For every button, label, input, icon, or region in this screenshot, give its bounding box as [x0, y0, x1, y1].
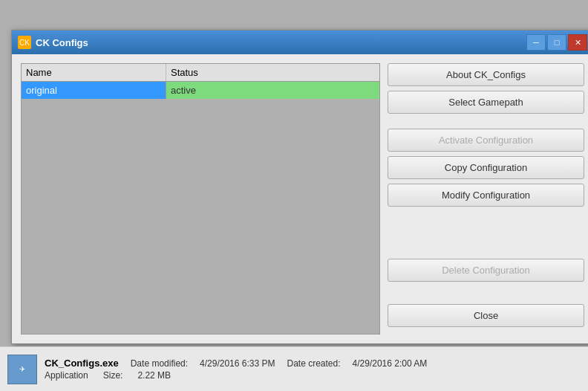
file-date-created-label: Date created:: [287, 358, 341, 369]
file-size-label: Size:: [103, 370, 123, 381]
col-header-name: Name: [22, 64, 166, 81]
col-header-status: Status: [166, 64, 379, 81]
title-bar: CK CK Configs ─ □ ✕: [12, 30, 588, 54]
maximize-button[interactable]: □: [547, 34, 566, 51]
copy-config-button[interactable]: Copy Configuration: [388, 156, 584, 179]
middle-button-group: Activate Configuration Copy Configuratio…: [388, 129, 584, 207]
window-title: CK Configs: [36, 37, 526, 48]
file-icon: ✈: [7, 355, 37, 384]
spacer-4: [388, 297, 584, 304]
file-date-modified: 4/29/2016 6:33 PM: [200, 358, 275, 369]
close-button[interactable]: Close: [388, 304, 584, 327]
delete-config-button[interactable]: Delete Configuration: [388, 259, 584, 282]
file-name-row: CK_Configs.exe Date modified: 4/29/2016 …: [45, 358, 427, 369]
dialog-window: CK CK Configs ─ □ ✕ Name Status original…: [11, 30, 588, 344]
file-size: 2.22 MB: [137, 370, 171, 381]
activate-config-button[interactable]: Activate Configuration: [388, 129, 584, 152]
file-type: Application: [45, 370, 88, 381]
spacer-3: [388, 289, 584, 297]
app-icon: CK: [18, 36, 31, 49]
modify-config-button[interactable]: Modify Configuration: [388, 184, 584, 207]
file-info-bar: ✈ CK_Configs.exe Date modified: 4/29/201…: [0, 346, 588, 391]
delete-button-group: Delete Configuration: [388, 259, 584, 282]
file-date-created: 4/29/2016 2:00 AM: [353, 358, 428, 369]
file-name: CK_Configs.exe: [45, 358, 119, 369]
file-sub-row: Application Size: 2.22 MB: [45, 370, 427, 381]
title-bar-controls: ─ □ ✕: [526, 34, 587, 51]
app-icon-label: CK: [19, 39, 30, 47]
spacer-1: [388, 121, 584, 129]
file-icon-label: ✈: [19, 365, 25, 373]
config-table: Name Status original active: [21, 63, 380, 335]
minimize-button[interactable]: ─: [526, 34, 546, 51]
top-button-group: About CK_Configs Select Gamepath: [388, 63, 584, 114]
table-row[interactable]: original active: [22, 82, 379, 99]
spacer-2: [388, 214, 584, 259]
table-header: Name Status: [22, 64, 379, 82]
button-panel: About CK_Configs Select Gamepath Activat…: [388, 63, 584, 335]
file-details: CK_Configs.exe Date modified: 4/29/2016 …: [45, 358, 427, 381]
select-gamepath-button[interactable]: Select Gamepath: [388, 91, 584, 114]
close-button-group: Close: [388, 304, 584, 327]
about-button[interactable]: About CK_Configs: [388, 63, 584, 86]
close-window-button[interactable]: ✕: [568, 34, 587, 51]
dialog-content: Name Status original active About CK_Con…: [12, 54, 588, 343]
cell-config-status[interactable]: active: [166, 82, 379, 99]
file-date-modified-label: Date modified:: [131, 358, 188, 369]
button-panel-inner: About CK_Configs Select Gamepath Activat…: [388, 63, 584, 335]
cell-config-name[interactable]: original: [22, 82, 166, 99]
